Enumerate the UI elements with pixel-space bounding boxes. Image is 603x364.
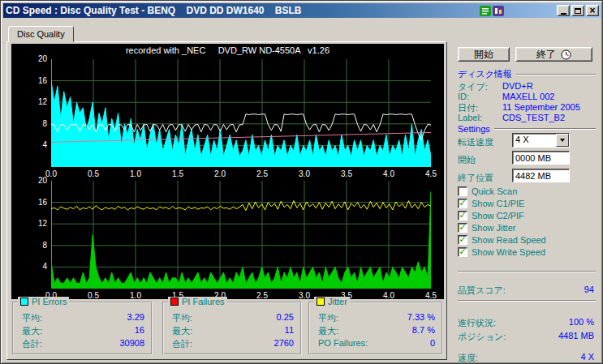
start-position-input[interactable] (512, 151, 570, 165)
quality-score-row: 品質スコア: 94 (458, 285, 594, 295)
checkmark-icon: ✓ (459, 211, 466, 220)
pi-errors-color-swatch (20, 298, 28, 306)
stat-row: 平均:0.25 (172, 312, 294, 324)
stat-row: 平均:3.29 (22, 312, 144, 324)
titlebar-tool-icon-purple[interactable] (492, 5, 505, 16)
stat-label: PO Failures: (318, 338, 368, 348)
y-axis-label: 20 (11, 176, 47, 186)
start-button[interactable]: 開始 (458, 47, 510, 62)
info-value: 11 September 2005 (502, 102, 580, 112)
panel-title-text: PI Failures (182, 297, 225, 306)
stat-row: 最大:8.7 % (318, 325, 435, 337)
checkbox-label: Show Write Speed (472, 247, 545, 257)
titlebar-tool-icon-green[interactable] (479, 5, 492, 16)
y-axis-label: 12 (11, 219, 47, 229)
stat-label: 合計: (172, 338, 192, 350)
dropdown-button[interactable] (556, 134, 569, 147)
stat-value: 0.25 (277, 312, 294, 324)
checkbox-label: Show Jitter (472, 223, 515, 233)
pi-errors-chart (51, 59, 431, 167)
stat-row: 平均:7.33 % (318, 312, 435, 324)
x-axis-label: 1.0 (124, 291, 147, 299)
close-button[interactable]: × (586, 5, 599, 16)
stat-label: 最大: (22, 325, 42, 337)
checkbox: ✓ (458, 223, 467, 233)
exit-button-label: 終了 (536, 48, 556, 62)
maximize-button[interactable] (571, 5, 584, 16)
x-axis-label: 3.0 (293, 169, 316, 179)
panel-title-text: PI Errors (32, 297, 67, 306)
progress-row: 進行状況: 100 % (458, 317, 594, 328)
y-axis-label: 12 (11, 97, 47, 107)
x-axis-label: 3.0 (293, 291, 316, 299)
stat-label: 平均: (318, 312, 338, 324)
x-axis-label: 3.5 (335, 169, 358, 179)
checkbox-show-jitter[interactable]: ✓ Show Jitter (458, 222, 515, 233)
progress-value: 100 % (569, 317, 594, 328)
info-value: DVD+R (502, 81, 533, 91)
info-label: 日付: (458, 103, 478, 113)
checkbox-show-read-speed[interactable]: ✓ Show Read Speed (458, 234, 546, 245)
x-axis-label: 4.0 (377, 291, 400, 299)
x-axis-label: 0.5 (82, 169, 105, 179)
x-axis-label: 2.5 (251, 291, 274, 299)
end-position-input[interactable] (512, 169, 570, 182)
jitter-color-swatch (317, 298, 325, 306)
checkmark-icon: ✓ (459, 223, 466, 232)
exit-button[interactable]: 終了 (515, 47, 592, 62)
speed-value: 4 X (580, 352, 594, 362)
divider (458, 271, 596, 272)
stat-row: 最大:11 (172, 325, 294, 337)
section-title: ディスク情報 (458, 68, 512, 80)
info-value: CDS_TEST_B2 (502, 113, 565, 122)
chart-area: recorded with _NEC DVD_RW ND-4550A v1.26… (11, 44, 444, 299)
disc-id-row: ID:MAXELL 002 (458, 92, 599, 102)
x-axis-label: 2.5 (251, 169, 274, 179)
disc-date-row: 日付:11 September 2005 (458, 102, 599, 113)
clock-icon (561, 49, 571, 60)
x-axis-label: 1.0 (124, 169, 147, 179)
y-axis-label: 4 (11, 140, 47, 150)
panel-title-text: Jitter (328, 297, 347, 306)
stat-value: 7.33 % (407, 312, 435, 324)
checkbox-label: Quick Scan (472, 186, 517, 196)
minimize-button[interactable] (557, 5, 570, 16)
window-title: CD Speed : Disc Quality Test - BENQ DVD … (6, 5, 479, 16)
checkbox-quick-scan[interactable]: ✓ Quick Scan (458, 186, 517, 196)
position-value: 4481 MB (558, 331, 594, 341)
x-axis-label: 0.5 (82, 291, 105, 299)
transfer-rate-select[interactable]: 4 X (512, 133, 570, 148)
stat-value: 16 (135, 325, 144, 337)
minimize-icon (561, 13, 566, 15)
y-axis-label: 8 (11, 119, 47, 129)
tab-disc-quality[interactable]: Disc Quality (8, 26, 74, 42)
disc-info-header: ディスク情報 (458, 68, 596, 80)
x-axis-label: 4.5 (420, 169, 442, 179)
stat-value: 8.7 % (412, 325, 435, 337)
tab-label: Disc Quality (17, 29, 65, 39)
jitter-panel: Jitter 平均:7.33 % 最大:8.7 % PO Failures:0 (308, 302, 443, 355)
checkbox-show-c2-pif[interactable]: ✓ Show C2/PIF (458, 210, 524, 221)
close-icon: × (589, 6, 595, 15)
maximize-icon (575, 8, 581, 14)
stat-label: 平均: (22, 312, 42, 324)
checkmark-icon: ✓ (459, 247, 466, 256)
stat-row: 合計:2760 (172, 338, 294, 350)
checkbox-show-write-speed[interactable]: ✓ Show Write Speed (458, 246, 545, 257)
checkbox-show-c1-pie[interactable]: ✓ Show C1/PIE (458, 198, 524, 208)
y-axis-label: 16 (11, 76, 47, 86)
stat-row: 最大:16 (22, 325, 144, 337)
disc-label-row: Label:CDS_TEST_B2 (458, 113, 599, 123)
window: CD Speed : Disc Quality Test - BENQ DVD … (0, 0, 603, 364)
quality-score-value: 94 (584, 285, 594, 295)
checkbox: ✓ (458, 199, 467, 208)
y-axis-label: 16 (11, 198, 47, 208)
transfer-rate-label: 転送速度 (458, 136, 493, 148)
checkbox: ✓ (458, 186, 467, 196)
divider (494, 128, 596, 130)
chevron-down-icon (560, 139, 565, 142)
divider (516, 74, 596, 75)
stat-label: 合計: (22, 338, 42, 350)
speed-label: 速度: (458, 352, 478, 362)
pi-failures-panel: PI Failures 平均:0.25 最大:11 合計:2760 (162, 302, 302, 355)
